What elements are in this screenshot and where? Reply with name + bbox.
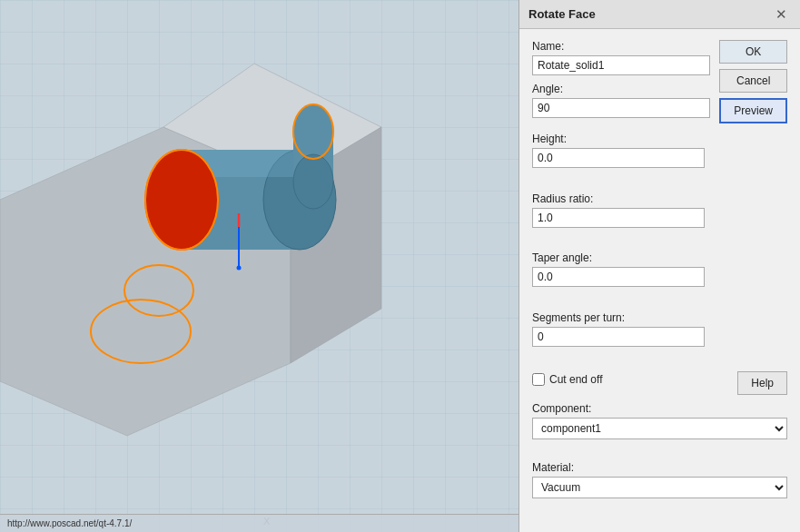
height-label: Height: xyxy=(532,133,787,145)
radius-ratio-field-group: Radius ratio: xyxy=(532,192,787,245)
help-button[interactable]: Help xyxy=(737,371,787,395)
fields-column: Name: Angle: xyxy=(532,40,710,125)
radius-ratio-label: Radius ratio: xyxy=(532,192,787,205)
svg-point-19 xyxy=(237,266,242,271)
cut-end-off-label: Cut end off xyxy=(549,373,603,386)
cut-end-off-checkbox[interactable] xyxy=(532,373,545,386)
segments-input[interactable] xyxy=(532,327,705,347)
viewport-statusbar: http://www.poscad.net/qt-4.7.1/ xyxy=(0,514,519,532)
ok-button[interactable]: OK xyxy=(719,40,787,64)
dialog-body: Name: Angle: OK Cancel Preview Height: xyxy=(519,29,800,532)
preview-button[interactable]: Preview xyxy=(719,98,787,123)
cut-end-off-row: Cut end off Help xyxy=(532,371,787,395)
angle-field-group: Angle: xyxy=(532,83,710,118)
dialog-title: Rotate Face xyxy=(528,7,596,21)
component-label: Component: xyxy=(532,402,787,415)
action-buttons: OK Cancel Preview xyxy=(719,40,787,123)
taper-angle-field-group: Taper angle: xyxy=(532,251,787,304)
status-text: http://www.poscad.net/qt-4.7.1/ xyxy=(7,518,132,528)
name-input[interactable] xyxy=(532,55,710,75)
component-field-group: Component: component1 xyxy=(532,402,787,455)
angle-input[interactable] xyxy=(532,98,710,118)
name-label: Name: xyxy=(532,40,710,53)
svg-point-11 xyxy=(293,154,333,209)
taper-angle-input[interactable] xyxy=(532,267,705,287)
name-field-group: Name: xyxy=(532,40,710,75)
material-label: Material: xyxy=(532,461,787,474)
radius-ratio-input[interactable] xyxy=(532,208,705,228)
name-row: Name: Angle: OK Cancel Preview xyxy=(532,40,787,125)
material-select[interactable]: Vacuum xyxy=(532,477,787,498)
component-select[interactable]: component1 xyxy=(532,418,787,439)
rotate-face-dialog: Rotate Face ✕ Name: Angle: OK Cance xyxy=(519,0,800,532)
angle-label: Angle: xyxy=(532,83,710,95)
cancel-button[interactable]: Cancel xyxy=(719,69,787,93)
height-field-group: Height: xyxy=(532,133,787,185)
3d-viewport[interactable]: X http://www.poscad.net/qt-4.7.1/ xyxy=(0,0,519,532)
height-input[interactable] xyxy=(532,148,705,168)
cut-end-off-group: Cut end off xyxy=(532,373,603,386)
dialog-titlebar: Rotate Face ✕ xyxy=(519,0,800,29)
material-field-group: Material: Vacuum xyxy=(532,461,787,514)
taper-angle-label: Taper angle: xyxy=(532,251,787,264)
segments-field-group: Segments per turn: xyxy=(532,311,787,364)
segments-label: Segments per turn: xyxy=(532,311,787,324)
scene-canvas: X xyxy=(0,0,519,532)
close-button[interactable]: ✕ xyxy=(772,5,791,23)
